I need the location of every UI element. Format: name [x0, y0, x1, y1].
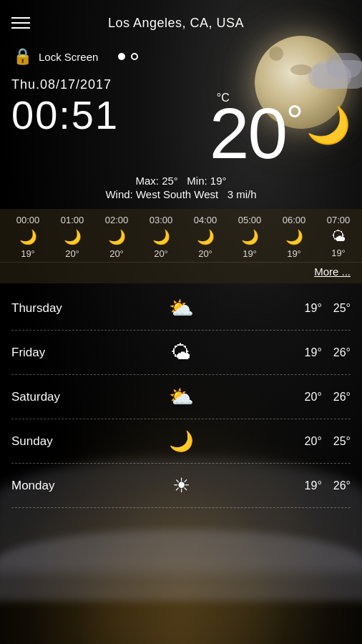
hour-icon: 🌤 — [331, 228, 346, 245]
hour-icon: 🌙 — [19, 228, 37, 245]
day-icon: 🌤 — [90, 341, 272, 364]
day-icon: ⛅ — [90, 296, 272, 320]
day-max: 26° — [333, 391, 351, 404]
day-temps: 20° 26° — [272, 391, 351, 404]
day-row: Sunday 🌙 20° 25° — [11, 419, 351, 464]
daily-forecast: Thursday ⛅ 19° 25° Friday 🌤 19° 26° Satu… — [0, 286, 362, 644]
date-time-row: Thu.08/17/2017 00:51 °C 20 ° 🌙 — [11, 77, 351, 169]
header: Los Angeles, CA, USA — [0, 0, 362, 43]
hour-icon: 🌙 — [241, 228, 259, 245]
lock-screen-row: 🔒 Lock Screen — [0, 43, 362, 70]
hour-temp: 19° — [21, 248, 35, 259]
day-name: Saturday — [11, 390, 90, 404]
hour-item: 00:00 🌙 19° — [6, 215, 50, 259]
hour-item: 07:00 🌤 19° — [316, 215, 361, 259]
hour-temp: 19° — [243, 248, 257, 259]
date-text: Thu.08/17/2017 — [11, 77, 119, 92]
hour-item: 03:00 🌙 20° — [139, 215, 183, 259]
day-name: Monday — [11, 479, 90, 493]
date-time-left: Thu.08/17/2017 00:51 — [11, 77, 119, 135]
hour-temp: 20° — [198, 248, 212, 259]
lock-icon: 🔒 — [11, 46, 33, 67]
hour-time: 05:00 — [238, 215, 262, 225]
hour-icon: 🌙 — [197, 228, 215, 245]
day-row: Thursday ⛅ 19° 25° — [11, 286, 351, 331]
day-row: Saturday ⛅ 20° 26° — [11, 375, 351, 419]
hour-item: 04:00 🌙 20° — [183, 215, 228, 259]
city-title: Los Angeles, CA, USA — [108, 16, 244, 31]
day-row: Monday ☀ 19° 26° — [11, 464, 351, 508]
day-max: 26° — [333, 346, 351, 359]
day-temps: 19° 25° — [272, 302, 351, 315]
day-icon: ⛅ — [90, 385, 272, 409]
hour-temp: 20° — [109, 248, 124, 259]
dot-1 — [118, 53, 125, 60]
temp-degree: ° — [286, 97, 303, 145]
day-row: Friday 🌤 19° 26° — [11, 331, 351, 375]
hour-item: 05:00 🌙 19° — [228, 215, 272, 259]
day-min: 19° — [305, 479, 322, 492]
day-icon: ☀ — [90, 474, 272, 497]
hour-item: 06:00 🌙 19° — [272, 215, 316, 259]
main-weather-icon: 🌙 — [306, 104, 351, 146]
day-name: Friday — [11, 346, 90, 360]
weather-main: Thu.08/17/2017 00:51 °C 20 ° 🌙 Max: 25° … — [0, 77, 362, 200]
max-min-text: Max: 25° Min: 19° — [11, 175, 351, 187]
hour-icon: 🌙 — [285, 228, 303, 245]
day-max: 25° — [333, 435, 351, 448]
dot-2 — [131, 53, 138, 60]
weather-details: Max: 25° Min: 19° Wind: West South West … — [11, 175, 351, 200]
hour-icon: 🌙 — [64, 228, 82, 245]
temp-display: 20 ° 🌙 — [210, 97, 351, 169]
hour-temp: 19° — [331, 248, 346, 258]
day-min: 20° — [305, 435, 322, 448]
day-icon: 🌙 — [90, 429, 272, 453]
hour-time: 00:00 — [16, 215, 40, 225]
wind-info: Wind: West South West 3 mi/h — [11, 188, 351, 200]
hourly-scroll: 00:00 🌙 19° 01:00 🌙 20° 02:00 🌙 20° 03:0… — [0, 215, 362, 259]
hourly-strip: 00:00 🌙 19° 01:00 🌙 20° 02:00 🌙 20° 03:0… — [0, 209, 362, 262]
day-min: 19° — [305, 302, 322, 315]
hour-icon: 🌙 — [108, 228, 126, 245]
page-dots — [118, 53, 138, 60]
hour-time: 03:00 — [150, 215, 173, 225]
temp-main-area: °C 20 ° 🌙 — [210, 92, 351, 169]
lock-screen-label: Lock Screen — [39, 51, 98, 63]
hour-time: 04:00 — [194, 215, 217, 225]
temp-value: 20 — [210, 97, 286, 169]
day-name: Sunday — [11, 434, 90, 449]
day-max: 25° — [333, 302, 351, 315]
hour-item: 01:00 🌙 20° — [50, 215, 94, 259]
day-temps: 19° 26° — [272, 346, 351, 359]
more-row: More ... — [0, 262, 362, 283]
day-temps: 19° 26° — [272, 479, 351, 492]
day-temps: 20° 25° — [272, 435, 351, 448]
hour-temp: 20° — [154, 248, 168, 259]
day-min: 19° — [305, 346, 322, 359]
day-name: Thursday — [11, 301, 90, 316]
hour-time: 01:00 — [61, 215, 84, 225]
day-max: 26° — [333, 479, 351, 492]
more-button[interactable]: More ... — [314, 265, 351, 278]
hour-time: 06:00 — [283, 215, 306, 225]
hour-icon: 🌙 — [152, 228, 170, 245]
hour-temp: 20° — [65, 248, 79, 259]
hour-temp: 19° — [287, 248, 301, 259]
hour-time: 02:00 — [105, 215, 129, 225]
time-text: 00:51 — [11, 95, 119, 135]
hour-time: 07:00 — [327, 215, 351, 225]
hamburger-menu[interactable] — [11, 17, 30, 29]
hour-item: 02:00 🌙 20° — [94, 215, 139, 259]
day-min: 20° — [305, 391, 322, 404]
